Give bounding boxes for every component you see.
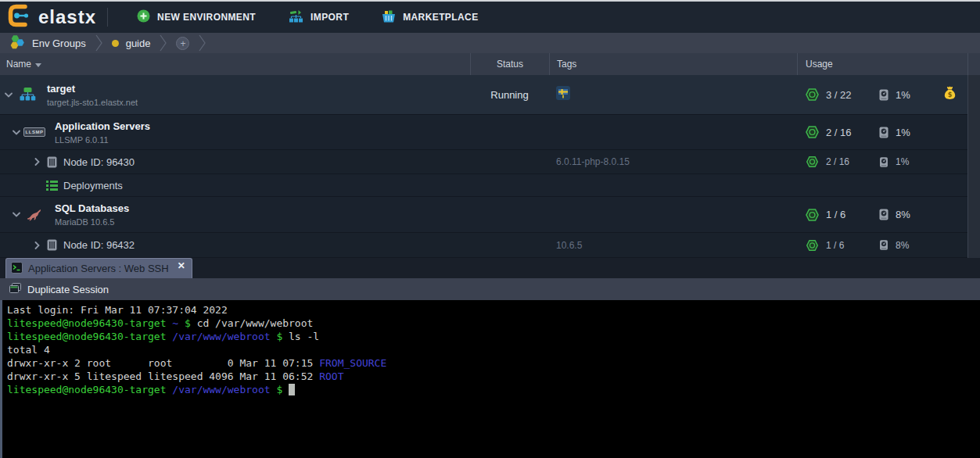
breadcrumb-env-groups-label: Env Groups [32,38,86,49]
name-cell: SQL Databases MariaDB 10.6.5 [0,197,470,232]
breadcrumb-guide[interactable]: guide [102,33,160,53]
chevron-right-icon[interactable] [31,158,42,166]
elastx-logo-icon [8,4,31,30]
marketplace-button[interactable]: MARKETPLACE [365,2,494,33]
column-header-tags[interactable]: Tags [549,53,797,75]
row-title: Node ID: 96430 [63,156,135,168]
terminal-line: Last login: Fri Mar 11 07:37:04 2022 [7,303,980,317]
terminal-line: drwxr-xr-x 5 litespeed litespeed 4096 Ma… [7,370,980,383]
cloudlet-icon [806,239,819,252]
column-header-status[interactable]: Status [470,53,549,75]
usage-cell: 2 / 16 1% [797,150,967,174]
row-title: Deployments [63,180,123,191]
status-cell [470,197,549,232]
terminal-line: total 4 [7,343,980,356]
logo-text: elastx [38,6,96,28]
usage-cell: 3 / 22 1% $ [797,75,967,114]
status-text: Running [490,89,528,101]
mariadb-icon [23,209,45,221]
tags-cell [549,174,797,196]
tag-text: 10.6.5 [556,240,582,251]
row-title: Node ID: 96432 [63,239,135,251]
new-environment-button[interactable]: NEW ENVIRONMENT [120,2,272,33]
table-row[interactable]: SQL Databases MariaDB 10.6.5 1 / 6 8% [0,197,967,233]
tags-cell [549,197,797,232]
column-name-label: Name [6,59,31,70]
chevron-right-icon[interactable] [31,242,42,249]
tags-cell: 6.0.11-php-8.0.15 [549,150,797,174]
usage-cell [797,174,967,196]
column-tags-label: Tags [557,59,576,70]
cloudlet-usage: 2 / 16 [826,156,849,167]
env-tree-icon [19,88,36,102]
terminal-output[interactable]: Last login: Fri Mar 11 07:37:04 2022lite… [0,300,980,458]
name-cell: Deployments [0,174,470,196]
breadcrumb: Env Groups guide + [0,33,980,53]
table-row[interactable]: Node ID: 96432 10.6.5 1 / 6 8% [0,233,967,258]
duplicate-session-icon [9,283,21,296]
row-title: Application Servers [55,120,150,132]
status-cell [470,233,549,257]
row-title: target [47,83,138,95]
tab-label: Application Servers : Web SSH [28,263,169,274]
cloudlet-usage: 1 / 6 [826,240,844,251]
add-group-button[interactable]: + [167,33,199,53]
import-button[interactable]: IMPORT [272,2,365,33]
column-header-spacer [967,53,980,75]
column-header-usage[interactable]: Usage [797,53,967,75]
plus-circle-icon [137,9,150,25]
table-row[interactable]: Deployments [0,174,967,197]
llsmp-icon: LLSMP [23,127,45,137]
flag-tag-icon [556,86,570,103]
chevron-down-icon[interactable] [11,212,22,217]
topbar: elastx NEW ENVIRONMENT IMPORT MARKETPLAC… [0,0,980,33]
marketplace-icon [382,10,396,25]
table-row[interactable]: Node ID: 96430 6.0.11-php-8.0.15 2 / 16 … [0,150,967,174]
terminal-cursor [289,384,295,395]
env-groups-icon [9,34,25,52]
column-status-label: Status [497,59,523,70]
cloudlet-usage: 1 / 6 [826,209,845,220]
status-cell [470,150,549,174]
table-row[interactable]: target target.jls-sto1.elastx.net Runnin… [0,75,967,115]
status-cell [470,115,549,149]
table-row[interactable]: LLSMP Application Servers LLSMP 6.0.11 2… [0,115,967,150]
disk-icon [879,127,888,138]
chevron-down-icon[interactable] [11,130,22,135]
chevron-down-icon[interactable] [3,92,14,98]
terminal-line: drwxr-xr-x 2 root root 0 Mar 11 07:15 FR… [7,356,980,370]
column-header-name[interactable]: Name [0,53,470,75]
import-icon [289,10,303,25]
row-title: SQL Databases [55,202,129,214]
tags-cell [549,75,797,114]
close-icon[interactable]: ✕ [178,260,185,271]
row-subtitle: LLSMP 6.0.11 [55,135,150,145]
tags-cell [549,115,797,149]
server-icon [45,239,58,251]
column-usage-label: Usage [806,59,833,70]
sort-arrow-icon [35,59,41,70]
ssh-toolbar: Duplicate Session [0,278,980,300]
disk-usage: 1% [896,89,910,101]
disk-usage: 8% [896,240,909,251]
add-group-icon: + [176,37,189,50]
billing-icon[interactable]: $ [943,86,957,103]
vertical-scrollbar[interactable] [967,75,980,258]
tab-web-ssh[interactable]: Application Servers : Web SSH ✕ [5,258,192,278]
disk-icon [879,239,888,251]
usage-cell: 2 / 16 1% [797,115,967,149]
duplicate-session-button[interactable]: Duplicate Session [9,283,109,296]
cloudlet-icon [806,156,819,168]
cloudlet-icon [806,209,819,221]
breadcrumb-env-groups[interactable]: Env Groups [0,33,95,53]
name-cell: LLSMP Application Servers LLSMP 6.0.11 [0,115,470,149]
terminal-line: litespeed@node96430-target /var/www/webr… [7,330,980,343]
row-subtitle: MariaDB 10.6.5 [55,217,129,227]
env-table-body: target target.jls-sto1.elastx.net Runnin… [0,75,980,258]
disk-usage: 8% [896,209,910,220]
name-cell: Node ID: 96430 [0,150,470,174]
cloudlet-icon [806,88,819,101]
elastx-logo[interactable]: elastx [0,4,107,30]
name-cell: Node ID: 96432 [0,233,470,257]
disk-usage: 1% [896,127,910,138]
